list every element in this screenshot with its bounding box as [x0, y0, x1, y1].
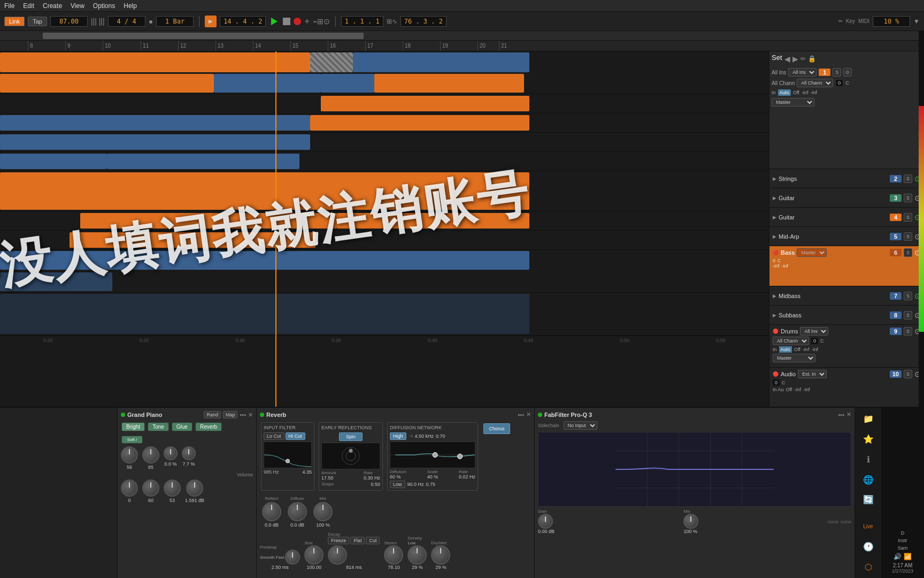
guitar1-solo[interactable]: S [904, 194, 912, 202]
dn-low-btn[interactable]: Low [390, 481, 405, 488]
menu-file[interactable]: File [4, 2, 14, 10]
reverb-close[interactable]: ✕ [526, 411, 531, 418]
piano-clip[interactable]: ⊙ [843, 68, 852, 77]
audio-off[interactable]: Off [786, 387, 792, 392]
sidebar-refresh-icon[interactable]: 🔄 [860, 493, 877, 507]
midarp-solo[interactable]: S [904, 232, 912, 241]
gain-knob[interactable] [538, 514, 553, 529]
piano-knob-tone[interactable] [142, 446, 159, 463]
midbass-solo[interactable]: S [904, 292, 912, 300]
menu-create[interactable]: Create [43, 2, 62, 10]
set-prev[interactable]: ◀ [784, 55, 790, 63]
track-lane-piano[interactable] [0, 51, 769, 94]
arrangement-mode[interactable]: ▶ [205, 16, 217, 27]
tap-button[interactable]: Tap [28, 17, 47, 26]
play-button[interactable] [271, 18, 278, 25]
volume-icon[interactable]: 🔊 [894, 553, 902, 560]
flat-btn[interactable]: Flat [350, 537, 365, 544]
piano-knob-vol4[interactable] [186, 480, 203, 497]
piano-knob-vol1[interactable] [121, 480, 138, 497]
position2-display[interactable]: 1 . 1 . 1 [341, 16, 383, 27]
eq-mix-knob[interactable] [683, 514, 698, 529]
chorus-btn[interactable]: Chorus [483, 423, 510, 434]
drums-alins[interactable]: All Ins [800, 327, 828, 336]
drums-allchan[interactable]: All Chann [773, 337, 809, 345]
set-lock[interactable]: 🔒 [808, 55, 816, 63]
decay-knob[interactable] [328, 545, 347, 565]
menu-options[interactable]: Options [93, 2, 115, 10]
position-display[interactable]: 14 . 4 . 2 [220, 16, 266, 27]
eq-power[interactable] [538, 413, 542, 417]
piano-knob-vol3[interactable] [164, 480, 181, 497]
piano-close-btn[interactable]: ✕ [248, 412, 253, 419]
arrangement-view[interactable]: 8 9 10 11 12 13 14 15 16 17 18 19 20 21 [0, 31, 924, 407]
piano-bright-btn[interactable]: Bright [121, 422, 145, 431]
midi-label[interactable]: MIDI [858, 18, 869, 24]
track-lane-subbass[interactable] [0, 231, 769, 250]
sidebar-folder-icon[interactable]: 📁 [860, 412, 877, 426]
piano-glue-btn[interactable]: Glue [172, 422, 192, 431]
piano-power[interactable] [121, 413, 125, 417]
track-lanes[interactable]: 0:20 0:25 0:30 0:35 0:40 0:45 0:50 0:55 [0, 51, 769, 407]
stop-button[interactable] [283, 18, 290, 25]
track-lane-bass[interactable] [0, 171, 769, 211]
menu-view[interactable]: View [71, 2, 84, 10]
menu-edit[interactable]: Edit [23, 2, 34, 10]
record-button[interactable] [294, 18, 301, 25]
piano-soft-btn[interactable]: Soft / [121, 436, 143, 444]
sidebar-plugin-icon[interactable]: ⬡ [860, 560, 877, 574]
density-knob[interactable] [407, 545, 427, 565]
bass-master-select[interactable]: Master [797, 248, 827, 257]
add-button[interactable]: + [304, 17, 309, 26]
piano-knob-glue[interactable] [164, 446, 178, 460]
reflect-knob[interactable] [262, 502, 281, 521]
predelay-knob[interactable] [285, 550, 300, 565]
sidechain-select[interactable]: No Input [564, 421, 597, 430]
track-lane-audio[interactable] [0, 293, 769, 336]
piano-rand-btn[interactable]: Rand [204, 411, 221, 419]
track-lane-midarp[interactable] [0, 152, 769, 171]
position3-display[interactable]: 76 . 3 . 2 [401, 16, 446, 27]
drums-master[interactable]: Master [773, 354, 815, 362]
cut-btn[interactable]: Cut [366, 537, 380, 544]
piano-off[interactable]: Off [793, 90, 799, 95]
drums-solo[interactable]: S [904, 327, 912, 336]
sidebar-live-icon[interactable]: Live [860, 520, 877, 534]
sidebar-clock-icon[interactable]: 🕐 [860, 540, 877, 554]
piano-knob-reverb[interactable] [182, 446, 196, 460]
piano-map-btn[interactable]: Map [223, 411, 238, 419]
scroll-thumb[interactable] [43, 33, 364, 39]
track-lane-guitar1[interactable] [0, 113, 769, 133]
mix-knob[interactable] [313, 502, 333, 521]
eq-dots[interactable]: ••• [838, 412, 844, 418]
sidebar-star-icon[interactable]: ⭐ [860, 432, 877, 446]
diffuse-knob[interactable] [288, 502, 307, 521]
piano-dots-btn[interactable]: ••• [240, 412, 246, 418]
piano-channel-select[interactable]: All Chann [797, 79, 833, 87]
piano-auto[interactable]: Auto [778, 89, 791, 96]
strings-solo[interactable]: S [904, 174, 912, 183]
track-lane-midbass[interactable] [0, 211, 769, 231]
link-button[interactable]: Link [4, 17, 25, 26]
drums-auto[interactable]: Auto [779, 346, 792, 353]
piano-tone-btn[interactable]: Tone [148, 422, 169, 431]
reverb-power[interactable] [260, 413, 264, 417]
piano-knob-bright[interactable] [121, 446, 138, 463]
stereo-knob[interactable] [384, 545, 403, 565]
time-sig-display[interactable]: 4 / 4 [108, 16, 145, 27]
audio-extin[interactable]: Ext. In [798, 370, 827, 378]
subbass-solo[interactable]: S [904, 311, 912, 320]
sidebar-info-icon[interactable]: ℹ [860, 453, 877, 467]
size-knob[interactable] [304, 545, 324, 565]
bpm-display[interactable]: 87.00 [50, 16, 88, 27]
sidebar-globe-icon[interactable]: 🌐 [860, 473, 877, 486]
piano-input-select[interactable]: All Ins [788, 68, 817, 77]
spin-btn[interactable]: Spin [339, 432, 363, 441]
key-label[interactable]: Key [846, 18, 855, 24]
drums-off[interactable]: Off [794, 347, 800, 352]
eq-close[interactable]: ✕ [846, 411, 851, 418]
set-next[interactable]: ▶ [792, 55, 798, 63]
track-lane-drums[interactable] [0, 250, 769, 293]
menu-help[interactable]: Help [124, 2, 137, 10]
set-pencil[interactable]: ✏ [800, 55, 806, 63]
